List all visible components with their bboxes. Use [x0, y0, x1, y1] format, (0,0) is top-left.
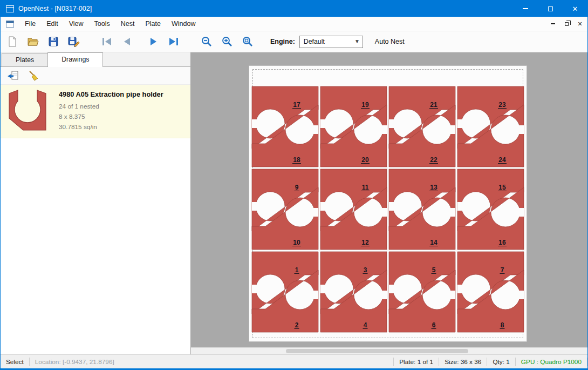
part-number[interactable]: 14	[430, 239, 437, 246]
tab-drawings[interactable]: Drawings	[47, 52, 103, 67]
part-slot-opening	[450, 208, 455, 217]
zoom-in-button[interactable]	[218, 33, 236, 50]
zoom-extents-button[interactable]	[239, 33, 256, 50]
part-number[interactable]: 19	[361, 101, 369, 109]
status-gpu: GPU : Quadro P1000	[516, 358, 587, 366]
nest-pair[interactable]: 1920	[320, 86, 387, 167]
maximize-button[interactable]	[538, 1, 563, 17]
part-slot-opening	[313, 125, 318, 134]
clean-button[interactable]	[25, 68, 42, 83]
nest-canvas[interactable]: 171819202122232491011121314151612345678	[191, 52, 587, 354]
nest-pair[interactable]: 2324	[457, 86, 524, 167]
part-number[interactable]: 12	[361, 239, 369, 246]
nest-pair[interactable]: 78	[457, 252, 524, 332]
close-icon: ✕	[572, 5, 578, 13]
part-slot-opening	[457, 202, 462, 211]
status-plate: Plate: 1 of 1	[394, 358, 439, 366]
part-slot-opening	[313, 291, 318, 299]
nest-pair[interactable]: 56	[389, 252, 455, 332]
part-number[interactable]: 4	[364, 321, 367, 329]
part-number[interactable]: 9	[295, 184, 299, 191]
save-icon	[47, 36, 59, 48]
first-plate-button[interactable]	[98, 33, 115, 50]
part-number[interactable]: 15	[498, 184, 506, 191]
part-slot-opening	[519, 208, 524, 217]
nest-pair[interactable]: 2122	[389, 86, 455, 167]
minimize-button[interactable]	[513, 1, 538, 17]
engine-select[interactable]: Default ▼	[299, 36, 363, 48]
tab-strip: Plates Drawings	[1, 52, 190, 67]
part-number[interactable]: 8	[501, 321, 504, 329]
new-button[interactable]	[4, 33, 21, 50]
mdi-minimize-button[interactable]	[547, 18, 559, 29]
nest-pair[interactable]: 1314	[389, 169, 455, 250]
part-number[interactable]: 6	[432, 321, 436, 329]
zoom-extents-icon	[242, 36, 254, 48]
save-as-button[interactable]	[65, 33, 83, 50]
part-number[interactable]: 13	[430, 184, 437, 191]
mdi-restore-icon	[565, 22, 569, 26]
part-number[interactable]: 7	[501, 266, 504, 274]
part-slot-opening	[389, 119, 394, 128]
part-number[interactable]: 24	[498, 156, 506, 164]
menu-file[interactable]: File	[19, 17, 41, 30]
drawing-dimensions: 8 x 8.375	[59, 112, 163, 122]
part-number[interactable]: 20	[361, 156, 369, 164]
mdi-child-icon[interactable]	[6, 21, 14, 28]
nest-pair[interactable]: 1516	[457, 169, 524, 250]
part-slot-opening	[389, 202, 394, 211]
status-mode: Select	[1, 358, 29, 366]
close-button[interactable]: ✕	[563, 1, 587, 17]
last-plate-button[interactable]	[166, 33, 183, 50]
save-edit-icon	[67, 36, 80, 48]
save-button[interactable]	[45, 33, 62, 50]
zoom-out-icon	[201, 36, 213, 48]
tab-plates[interactable]: Plates	[2, 53, 48, 66]
app-window: OpenNest - [N0317-002] ✕ File Edit View …	[0, 0, 588, 370]
auto-nest-button[interactable]: Auto Nest	[375, 38, 405, 45]
scrollbar-thumb[interactable]	[286, 349, 468, 353]
nest-pair[interactable]: 1718	[252, 86, 318, 167]
zoom-out-button[interactable]	[198, 33, 215, 50]
part-number[interactable]: 16	[498, 239, 506, 246]
part-slot-opening	[252, 285, 257, 293]
drawing-list-item[interactable]: 4980 A05 Extraction pipe holder 24 of 1 …	[1, 85, 190, 138]
menu-edit[interactable]: Edit	[41, 17, 64, 30]
status-qty: Qty: 1	[487, 358, 515, 366]
mdi-close-button[interactable]: ✕	[574, 18, 586, 29]
part-number[interactable]: 5	[432, 266, 436, 274]
menu-nest[interactable]: Nest	[115, 17, 140, 30]
part-number[interactable]: 11	[362, 184, 369, 191]
part-number[interactable]: 2	[295, 321, 299, 329]
part-slot-opening	[389, 285, 394, 293]
left-panel: Plates Drawings	[1, 52, 191, 354]
part-number[interactable]: 1	[295, 266, 299, 274]
nest-pair[interactable]: 1112	[320, 169, 387, 250]
part-number[interactable]: 22	[430, 156, 437, 164]
nest-pair[interactable]: 34	[320, 252, 387, 332]
broom-icon	[28, 70, 39, 82]
previous-plate-button[interactable]	[118, 33, 135, 50]
drawings-list: 4980 A05 Extraction pipe holder 24 of 1 …	[1, 85, 190, 354]
menu-tools[interactable]: Tools	[89, 17, 115, 30]
menu-view[interactable]: View	[64, 17, 89, 30]
part-number[interactable]: 21	[430, 101, 437, 109]
last-arrow-icon	[168, 37, 180, 46]
status-bar: Select Location: [-0.9437, 21.8796] Plat…	[1, 354, 587, 368]
mdi-restore-button[interactable]	[560, 18, 572, 29]
part-number[interactable]: 18	[293, 156, 300, 164]
open-button[interactable]	[24, 33, 42, 50]
part-number[interactable]: 3	[364, 266, 367, 274]
reload-drawing-button[interactable]	[5, 68, 21, 83]
engine-value: Default	[304, 38, 325, 45]
menu-window[interactable]: Window	[166, 17, 201, 30]
nest-pair[interactable]: 910	[252, 169, 318, 250]
horizontal-scrollbar[interactable]	[191, 347, 587, 354]
nest-pair[interactable]: 12	[252, 252, 318, 332]
part-number[interactable]: 23	[498, 101, 506, 109]
part-number[interactable]: 17	[293, 101, 300, 109]
zoom-in-icon	[221, 36, 233, 48]
menu-plate[interactable]: Plate	[140, 17, 166, 30]
part-number[interactable]: 10	[293, 239, 300, 246]
next-plate-button[interactable]	[145, 33, 162, 50]
